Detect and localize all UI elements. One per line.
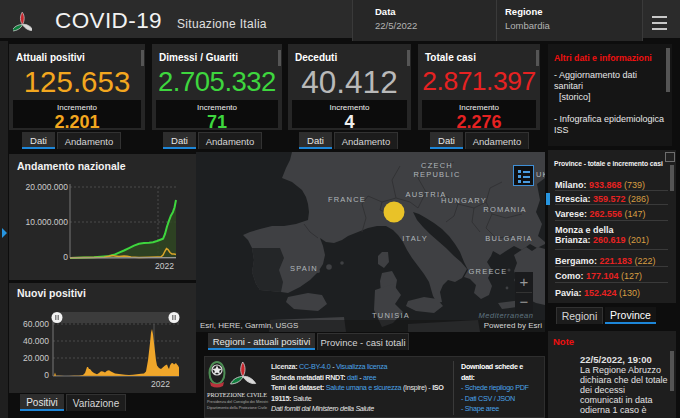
svg-text:HUNGARY: HUNGARY (441, 196, 487, 205)
svg-text:TUNISIA: TUNISIA (372, 311, 410, 320)
svg-text:CZECH: CZECH (421, 161, 453, 170)
svg-text:ROMANIA: ROMANIA (483, 205, 526, 214)
svg-text:BULGARIA: BULGARIA (485, 234, 533, 243)
svg-text:FRANCE: FRANCE (328, 195, 366, 204)
svg-text:SPAIN: SPAIN (290, 264, 318, 273)
svg-text:UKRAINE: UKRAINE (536, 170, 545, 179)
svg-text:GREECE: GREECE (469, 267, 508, 276)
svg-text:ITALY: ITALY (402, 234, 428, 243)
svg-text:REPUBLIC: REPUBLIC (413, 170, 460, 179)
